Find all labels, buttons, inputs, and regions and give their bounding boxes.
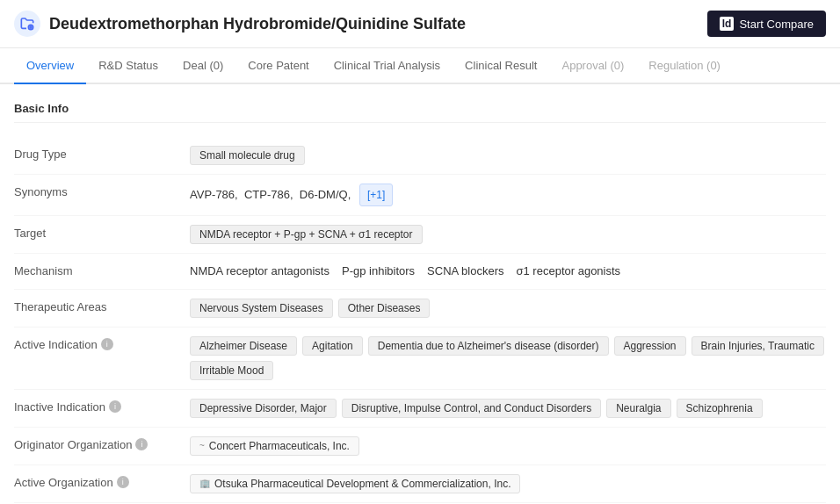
mechanism-item-2: P-gp inhibitors bbox=[342, 263, 415, 280]
originator-org-icon: ~ bbox=[199, 441, 205, 450]
therapeutic-areas-label: Therapeutic Areas bbox=[14, 299, 190, 313]
mechanism-value: NMDA receptor antagonists P-gp inhibitor… bbox=[190, 263, 826, 280]
compare-icon: ld bbox=[720, 17, 735, 31]
target-value: NMDA receptor + P-gp + SCNA + σ1 recepto… bbox=[190, 225, 826, 244]
start-compare-button[interactable]: ld Start Compare bbox=[707, 11, 826, 37]
active-org-info-icon[interactable]: i bbox=[117, 476, 129, 488]
originator-org-link[interactable]: ~ Concert Pharmaceuticals, Inc. bbox=[190, 436, 359, 456]
indication-tag-2: Agitation bbox=[302, 336, 363, 356]
active-org-icon: 🏢 bbox=[199, 479, 210, 488]
header: Deudextromethorphan Hydrobromide/Quinidi… bbox=[0, 0, 840, 48]
originator-org-row: Originator Organization i ~ Concert Phar… bbox=[14, 428, 826, 465]
inactive-indication-tag-3: Neuralgia bbox=[606, 399, 670, 418]
therapeutic-areas-row: Therapeutic Areas Nervous System Disease… bbox=[14, 290, 826, 328]
indication-tag-5: Brain Injuries, Traumatic bbox=[692, 336, 824, 356]
tab-approval: Approval (0) bbox=[549, 48, 636, 84]
drug-type-row: Drug Type Small molecule drug bbox=[14, 137, 826, 175]
indication-tag-1: Alzheimer Disease bbox=[190, 336, 297, 356]
tab-overview[interactable]: Overview bbox=[14, 48, 86, 84]
indication-tag-4: Aggression bbox=[614, 336, 686, 356]
active-indication-row: Active Indication i Alzheimer Disease Ag… bbox=[14, 328, 826, 390]
mechanism-item-1: NMDA receptor antagonists bbox=[190, 263, 329, 280]
active-org-row: Active Organization i 🏢 Otsuka Pharmaceu… bbox=[14, 465, 826, 503]
mechanism-row: Mechanism NMDA receptor antagonists P-gp… bbox=[14, 254, 826, 290]
section-title: Basic Info bbox=[14, 102, 826, 123]
tab-regulation: Regulation (0) bbox=[636, 48, 733, 84]
active-indication-info-icon[interactable]: i bbox=[101, 338, 113, 350]
nav-tabs: Overview R&D Status Deal (0) Core Patent… bbox=[0, 48, 840, 84]
synonyms-row: Synonyms AVP-786, CTP-786, D6-DM/Q, [+1] bbox=[14, 175, 826, 216]
mechanism-label: Mechanism bbox=[14, 263, 190, 277]
inactive-indication-value: Depressive Disorder, Major Disruptive, I… bbox=[190, 399, 826, 418]
therapeutic-area-tag-2: Other Diseases bbox=[338, 299, 431, 318]
active-org-value: 🏢 Otsuka Pharmaceutical Development & Co… bbox=[190, 474, 826, 493]
inactive-indication-info-icon[interactable]: i bbox=[109, 400, 121, 413]
synonyms-value: AVP-786, CTP-786, D6-DM/Q, [+1] bbox=[190, 184, 826, 206]
header-left: Deudextromethorphan Hydrobromide/Quinidi… bbox=[14, 11, 466, 37]
drug-type-value: Small molecule drug bbox=[190, 146, 826, 165]
originator-org-info-icon[interactable]: i bbox=[135, 438, 148, 450]
active-org-link[interactable]: 🏢 Otsuka Pharmaceutical Development & Co… bbox=[190, 474, 520, 493]
compare-btn-label: Start Compare bbox=[739, 18, 814, 31]
active-indication-label: Active Indication i bbox=[14, 336, 190, 351]
originator-org-label: Originator Organization i bbox=[14, 436, 190, 451]
drug-title: Deudextromethorphan Hydrobromide/Quinidi… bbox=[49, 15, 466, 33]
therapeutic-areas-value: Nervous System Diseases Other Diseases bbox=[190, 299, 826, 318]
target-label: Target bbox=[14, 225, 190, 240]
originator-org-value: ~ Concert Pharmaceuticals, Inc. bbox=[190, 436, 826, 456]
tab-clinical-trial[interactable]: Clinical Trial Analysis bbox=[322, 48, 453, 84]
tab-clinical-result[interactable]: Clinical Result bbox=[453, 48, 549, 84]
drug-icon bbox=[14, 11, 40, 37]
inactive-indication-tag-1: Depressive Disorder, Major bbox=[190, 399, 337, 418]
target-row: Target NMDA receptor + P-gp + SCNA + σ1 … bbox=[14, 216, 826, 254]
active-indication-value: Alzheimer Disease Agitation Dementia due… bbox=[190, 336, 826, 380]
mechanism-item-3: SCNA blockers bbox=[427, 263, 503, 280]
content-area: Basic Info Drug Type Small molecule drug… bbox=[0, 84, 840, 504]
synonyms-more[interactable]: [+1] bbox=[359, 184, 393, 206]
inactive-indication-label: Inactive Indication i bbox=[14, 399, 190, 414]
mechanism-item-4: σ1 receptor agonists bbox=[517, 263, 621, 280]
inactive-indication-tag-2: Disruptive, Impulse Control, and Conduct… bbox=[342, 399, 601, 418]
tab-deal[interactable]: Deal (0) bbox=[170, 48, 235, 84]
inactive-indication-tag-4: Schizophrenia bbox=[677, 399, 763, 418]
therapeutic-area-tag-1: Nervous System Diseases bbox=[190, 299, 333, 318]
tab-core-patent[interactable]: Core Patent bbox=[235, 48, 321, 84]
active-org-label: Active Organization i bbox=[14, 474, 190, 489]
drug-type-label: Drug Type bbox=[14, 146, 190, 161]
indication-tag-6: Irritable Mood bbox=[190, 361, 273, 380]
synonyms-label: Synonyms bbox=[14, 184, 190, 198]
target-tag: NMDA receptor + P-gp + SCNA + σ1 recepto… bbox=[190, 225, 423, 244]
inactive-indication-row: Inactive Indication i Depressive Disorde… bbox=[14, 390, 826, 428]
tab-rd-status[interactable]: R&D Status bbox=[86, 48, 170, 84]
drug-type-tag: Small molecule drug bbox=[190, 146, 305, 165]
indication-tag-3: Dementia due to Alzheimer's disease (dis… bbox=[368, 336, 609, 356]
